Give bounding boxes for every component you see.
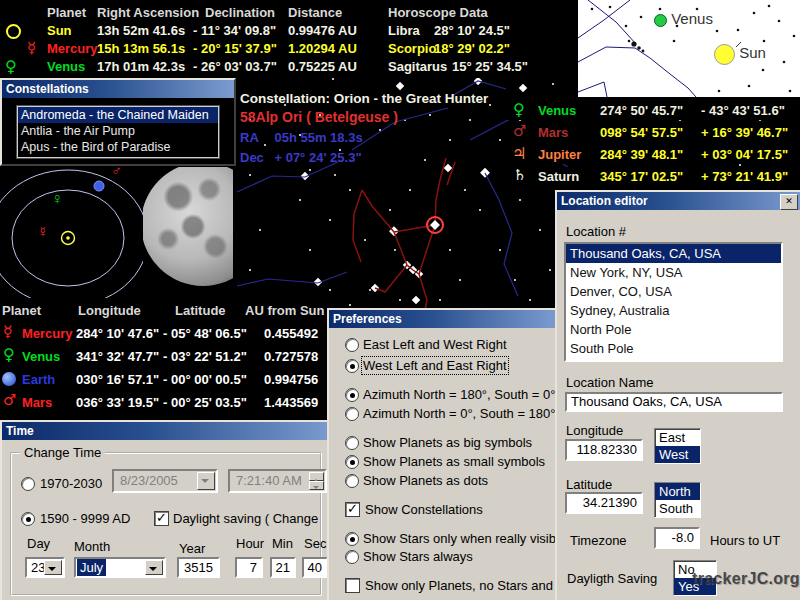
radio-range-1590-label[interactable]: 1590 - 9999 AD (40, 511, 130, 526)
north-south-list[interactable]: North South (654, 482, 701, 518)
min-field[interactable]: 21 (270, 557, 296, 578)
table-row: Earth 030° 16' 57.1" - 00° 00' 00.5" 0.9… (0, 370, 332, 388)
location-listbox[interactable]: Thousand Oaks, CA, USA New York, NY, USA… (564, 242, 783, 362)
radio-azimuth-north-180[interactable] (345, 388, 359, 402)
list-item[interactable]: New York, NY, USA (566, 263, 781, 282)
radio-range-1970[interactable] (21, 477, 35, 491)
radio-range-1590[interactable] (21, 512, 35, 526)
year-field[interactable]: 3515 (177, 557, 220, 578)
planet-name: Earth (22, 372, 55, 387)
spinner-arrows-icon[interactable] (309, 472, 324, 490)
table-row: ♄ Saturn 345° 17' 02.5" + 73° 21' 41.9" (505, 167, 800, 186)
list-item[interactable]: Thousand Oaks, CA, USA (566, 244, 781, 263)
radio-planets-big-label[interactable]: Show Planets as big symbols (363, 435, 532, 450)
only-planets-label[interactable]: Show only Planets, no Stars and no ( (365, 578, 579, 593)
col-distance: Distance (288, 5, 342, 20)
radio-east-left[interactable] (345, 338, 359, 352)
dropdown-arrow-icon[interactable] (197, 472, 215, 490)
sun-marker-icon (714, 44, 735, 65)
list-item[interactable]: Sydney, Australia (566, 301, 781, 320)
radio-stars-always-label[interactable]: Show Stars always (363, 549, 473, 564)
constellation-info: Constellation: Orion - the Great Hunter … (240, 91, 488, 166)
sec-field[interactable]: 40 (302, 557, 328, 578)
table-row: ♀ Venus 341° 32' 47.7" - 03° 22' 51.2" 0… (0, 347, 332, 365)
dropdown-arrow-icon[interactable] (44, 560, 62, 575)
constellation-listbox[interactable]: Andromeda - the Chained Maiden Antlia - … (17, 106, 219, 158)
table-row: ☿ Mercury 15h 13m 56.1s - 20° 15' 37.9" … (0, 41, 578, 58)
list-item[interactable]: West (655, 446, 700, 463)
radio-stars-visible[interactable] (345, 532, 359, 546)
mars-icon: ♂ (3, 393, 16, 408)
close-icon[interactable]: ✕ (780, 194, 798, 210)
show-constellations-checkbox[interactable] (345, 502, 360, 517)
location-editor-titlebar[interactable]: Location editor (557, 192, 800, 210)
preferences-titlebar[interactable]: Preferences (329, 310, 557, 328)
longitude-value: 118.82330 (577, 442, 638, 457)
radio-west-left[interactable] (345, 359, 359, 373)
radio-range-1970-label[interactable]: 1970-2030 (40, 476, 102, 491)
radio-planets-small[interactable] (345, 455, 359, 469)
chart-sun-text: Sun (739, 44, 766, 61)
list-item[interactable]: South Pole (566, 339, 781, 358)
day-combobox[interactable]: 23 (25, 557, 65, 578)
dec-label: Dec (240, 150, 270, 165)
radio-west-left-label[interactable]: West Left and East Right (363, 358, 507, 373)
list-item[interactable]: Andromeda - the Chained Maiden (18, 107, 218, 123)
planet-name: Jupiter (538, 147, 581, 162)
constellations-titlebar[interactable]: Constellations (2, 80, 234, 98)
col-longitude: Longitude (78, 303, 141, 318)
lon-value: 284° 39' 48.1" (600, 147, 683, 162)
list-item[interactable]: East (655, 429, 700, 446)
lat-value: - 03° 22' 51.2" (163, 349, 247, 364)
list-item[interactable]: Apus - the Bird of Paradise (18, 139, 218, 155)
list-item[interactable]: South (655, 500, 700, 517)
list-item[interactable]: North (655, 483, 700, 500)
ra-value: 17h 01m 42.3s (97, 59, 185, 74)
list-item[interactable]: Denver, CO, USA (566, 282, 781, 301)
month-value: July (77, 559, 106, 576)
radio-stars-visible-label[interactable]: Show Stars only when really visible (363, 531, 566, 546)
daylight-saving-checkbox[interactable] (154, 511, 169, 526)
time-window: Time Change Time 1970-2030 8/23/2005 7:2… (0, 420, 334, 600)
radio-azimuth-north-0[interactable] (345, 407, 359, 421)
table-row: ♀ Venus 274° 50' 45.7" - 43° 43' 51.6" (505, 101, 800, 120)
radio-planets-small-label[interactable]: Show Planets as small symbols (363, 454, 545, 469)
planet-coordinates-panel: ♀ Venus 274° 50' 45.7" - 43° 43' 51.6" ♂… (505, 97, 800, 193)
longitude-field[interactable]: 118.82330 (565, 439, 643, 461)
lon-value: 098° 54' 57.5" (600, 125, 683, 140)
hour-label: Hour (236, 536, 264, 551)
list-item[interactable]: North Pole (566, 320, 781, 339)
location-name-field[interactable]: Thousand Oaks, CA, USA (565, 392, 783, 412)
sun-icon (6, 24, 21, 39)
time-spinner[interactable]: 7:21:40 AM (228, 469, 327, 493)
radio-east-left-label[interactable]: East Left and West Right (363, 337, 507, 352)
radio-azimuth-north-180-label[interactable]: Azimuth North = 180°, South = 0° (363, 387, 556, 402)
time-titlebar[interactable]: Time (2, 422, 332, 440)
month-combobox[interactable]: July (74, 557, 166, 578)
dropdown-arrow-icon[interactable] (145, 560, 163, 575)
radio-stars-always[interactable] (345, 550, 359, 564)
lat-value: - 05° 48' 06.5" (163, 326, 247, 341)
window-title: Constellations (6, 82, 89, 96)
hour-field[interactable]: 7 (235, 557, 263, 578)
lon-value: 341° 32' 47.7" (76, 349, 159, 364)
sign-deg-value: 15° 25' 34.5" (452, 59, 528, 74)
venus-icon: ♀ (5, 59, 17, 75)
planet-name: Venus (22, 349, 60, 364)
list-item[interactable]: Antlia - the Air Pump (18, 123, 218, 139)
daylight-saving-label[interactable]: Daylight saving ( Change (173, 511, 318, 526)
radio-planets-big[interactable] (345, 436, 359, 450)
chart-venus-text: Venus (671, 10, 713, 27)
show-constellations-label[interactable]: Show Constellations (365, 502, 483, 517)
timezone-suffix-label: Hours to UT (710, 533, 780, 548)
radio-planets-dots-label[interactable]: Show Planets as dots (363, 473, 488, 488)
date-combobox[interactable]: 8/23/2005 (112, 469, 218, 493)
only-planets-checkbox[interactable] (345, 578, 360, 593)
timezone-field[interactable]: -8.0 (654, 527, 700, 549)
radio-planets-dots[interactable] (345, 474, 359, 488)
constellation-title: Constellation: Orion - the Great Hunter (240, 91, 488, 106)
east-west-list[interactable]: East West (654, 428, 701, 464)
dec-value: - 20° 15' 37.9" (193, 41, 277, 56)
radio-azimuth-north-0-label[interactable]: Azimuth North = 0°, South = 180° (363, 406, 556, 421)
latitude-field[interactable]: 34.21390 (565, 492, 643, 514)
